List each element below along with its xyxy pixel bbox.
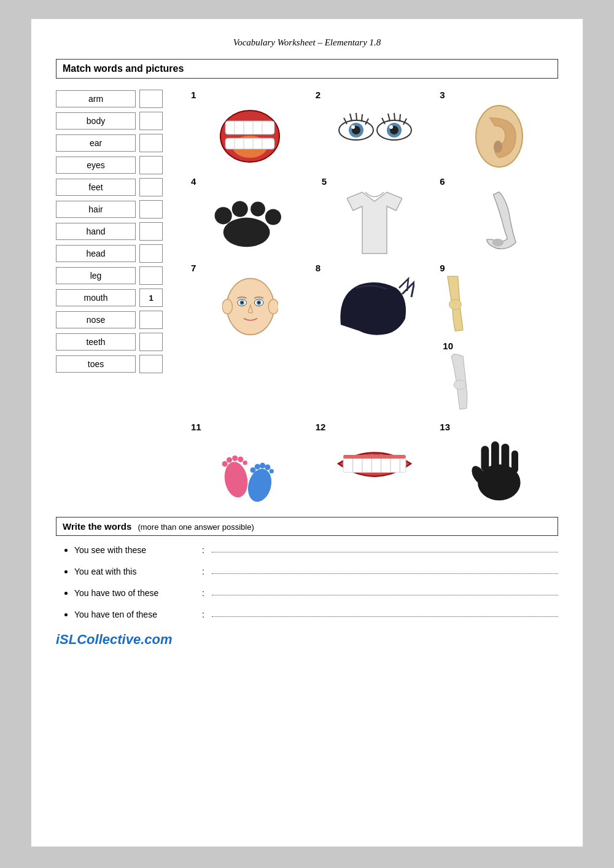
word-row: ear: [56, 134, 179, 152]
word-label: leg: [56, 267, 136, 284]
answer-box[interactable]: [139, 156, 163, 174]
ear-icon: [472, 103, 527, 170]
svg-point-38: [227, 279, 274, 335]
svg-line-17: [350, 114, 352, 121]
answer-box[interactable]: [139, 355, 163, 373]
word-list: armbodyeareyesfeethairhandheadlegmouth1n…: [56, 90, 179, 502]
svg-point-53: [238, 457, 243, 462]
pic-content-12: [316, 435, 434, 493]
write-item-text: You eat with this: [74, 567, 197, 576]
answer-box[interactable]: 1: [139, 289, 163, 307]
answer-box[interactable]: [139, 90, 163, 108]
pic-content-7: [191, 276, 309, 343]
svg-point-48: [454, 380, 466, 389]
svg-rect-72: [491, 441, 499, 471]
write-answer-line[interactable]: [212, 595, 558, 595]
pic-item-10: 10: [443, 341, 476, 416]
answer-box[interactable]: [139, 244, 163, 263]
svg-point-46: [257, 301, 260, 304]
svg-rect-1: [225, 121, 274, 134]
svg-point-37: [492, 239, 503, 247]
svg-point-31: [494, 141, 502, 153]
svg-point-50: [222, 461, 227, 467]
word-row: nose: [56, 311, 179, 329]
write-colon: :: [202, 545, 204, 555]
pic-item-12: 12: [316, 422, 434, 502]
word-row: eyes: [56, 156, 179, 174]
word-row: head: [56, 244, 179, 263]
svg-line-26: [388, 114, 390, 121]
pic-content-11: [191, 435, 309, 502]
svg-point-47: [449, 300, 462, 310]
write-section-header: Write the words (more than one answer po…: [56, 517, 558, 536]
word-label: head: [56, 245, 136, 262]
write-item: You eat with this :: [74, 566, 558, 576]
write-item: You have ten of these :: [74, 609, 558, 619]
pic-content-13: [440, 435, 558, 502]
svg-point-54: [243, 460, 247, 465]
svg-point-32: [223, 218, 270, 247]
pic-content-2: [316, 103, 434, 152]
pic-item-11: 11: [191, 422, 309, 502]
word-row: toes: [56, 355, 179, 373]
page-title: Vocabulary Worksheet – Elementary 1.8: [56, 37, 558, 48]
write-item-text: You have two of these: [74, 588, 197, 598]
pic-content-6: [440, 189, 558, 257]
svg-point-60: [269, 469, 273, 473]
answer-box[interactable]: [139, 222, 163, 241]
word-row: body: [56, 112, 179, 130]
pic-item-1: 1: [191, 90, 309, 170]
pic-num-13: 13: [440, 422, 450, 432]
answer-box[interactable]: [139, 200, 163, 219]
word-row: mouth1: [56, 289, 179, 307]
answer-box[interactable]: [139, 311, 163, 329]
pictures-area: 1: [185, 90, 558, 502]
svg-point-59: [265, 465, 270, 470]
svg-line-27: [394, 113, 395, 120]
svg-point-51: [227, 457, 232, 463]
word-label: toes: [56, 355, 136, 373]
toes-icon: [210, 189, 290, 249]
worksheet-page: Vocabulary Worksheet – Elementary 1.8 Ma…: [31, 18, 583, 847]
pic-content-1: [191, 103, 309, 170]
pic-content-10: [443, 352, 476, 416]
write-answer-line[interactable]: [212, 616, 558, 617]
pic-content-3: [440, 103, 558, 170]
pic-item-8: 8: [316, 263, 434, 416]
svg-point-56: [250, 467, 255, 473]
pic-content-4: [191, 189, 309, 249]
answer-box[interactable]: [139, 178, 163, 196]
svg-point-24: [389, 125, 393, 129]
answer-box[interactable]: [139, 333, 163, 351]
pic-item-6: 6: [440, 176, 558, 257]
pic-num-5: 5: [322, 176, 327, 187]
head-icon: [222, 276, 279, 343]
write-header-subtitle: (more than one answer possible): [138, 522, 254, 532]
write-colon: :: [202, 588, 204, 598]
word-label: feet: [56, 179, 136, 196]
answer-box[interactable]: [139, 112, 163, 130]
pic-item-3: 3: [440, 90, 558, 170]
word-label: arm: [56, 90, 136, 107]
word-row: hair: [56, 200, 179, 219]
svg-point-43: [241, 301, 243, 304]
svg-line-28: [400, 114, 400, 122]
write-answer-line[interactable]: [212, 573, 558, 574]
svg-point-39: [222, 299, 232, 314]
answer-box[interactable]: [139, 266, 163, 285]
word-label: hair: [56, 201, 136, 218]
hair-icon: [335, 276, 414, 343]
svg-rect-71: [481, 446, 489, 471]
pic-num-11: 11: [191, 422, 201, 432]
mouth-icon: [213, 103, 287, 170]
svg-point-33: [215, 207, 232, 224]
pic-item-5: 5: [316, 176, 434, 257]
word-label: ear: [56, 134, 136, 152]
write-items-list: You see with these :You eat with this :Y…: [56, 544, 558, 619]
write-answer-line[interactable]: [212, 552, 558, 552]
write-item-text: You have ten of these: [74, 610, 197, 619]
write-item-text: You see with these: [74, 545, 197, 555]
svg-line-18: [356, 113, 357, 120]
body-icon: [347, 189, 402, 257]
answer-box[interactable]: [139, 134, 163, 152]
